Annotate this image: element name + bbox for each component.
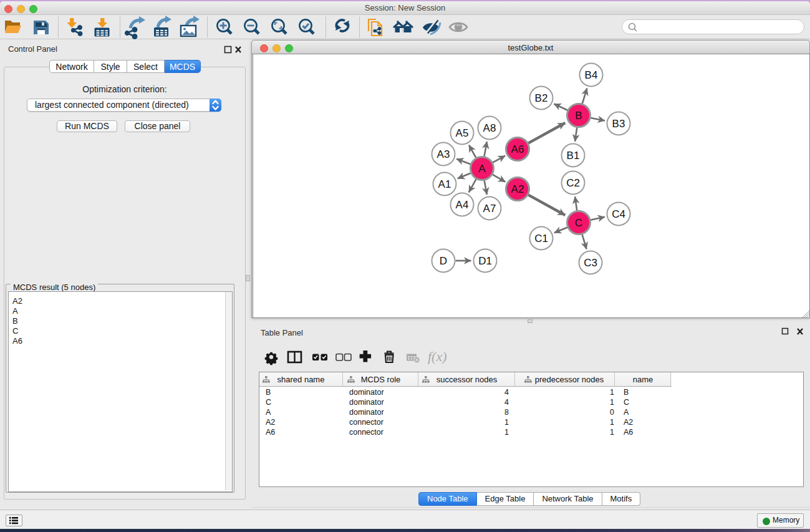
svg-text:C: C (575, 217, 582, 229)
svg-text:A1: A1 (438, 178, 451, 190)
svg-text:C3: C3 (584, 257, 597, 269)
svg-text:A8: A8 (483, 122, 496, 134)
svg-text:B2: B2 (535, 92, 548, 104)
svg-text:C1: C1 (534, 233, 548, 244)
svg-text:D1: D1 (478, 255, 492, 267)
svg-text:A7: A7 (483, 203, 496, 215)
svg-text:A2: A2 (511, 183, 524, 195)
svg-text:C4: C4 (612, 208, 625, 220)
svg-text:A3: A3 (437, 148, 450, 160)
svg-text:B: B (575, 110, 582, 122)
svg-text:B1: B1 (567, 150, 580, 162)
svg-text:B3: B3 (612, 118, 625, 130)
svg-text:A5: A5 (456, 127, 469, 139)
svg-text:D: D (440, 255, 447, 267)
svg-text:A6: A6 (511, 143, 524, 155)
svg-text:A4: A4 (456, 199, 469, 211)
svg-text:A: A (478, 163, 486, 175)
svg-text:C2: C2 (566, 177, 580, 189)
svg-text:f(x): f(x) (428, 349, 447, 364)
svg-text:B4: B4 (585, 69, 598, 81)
